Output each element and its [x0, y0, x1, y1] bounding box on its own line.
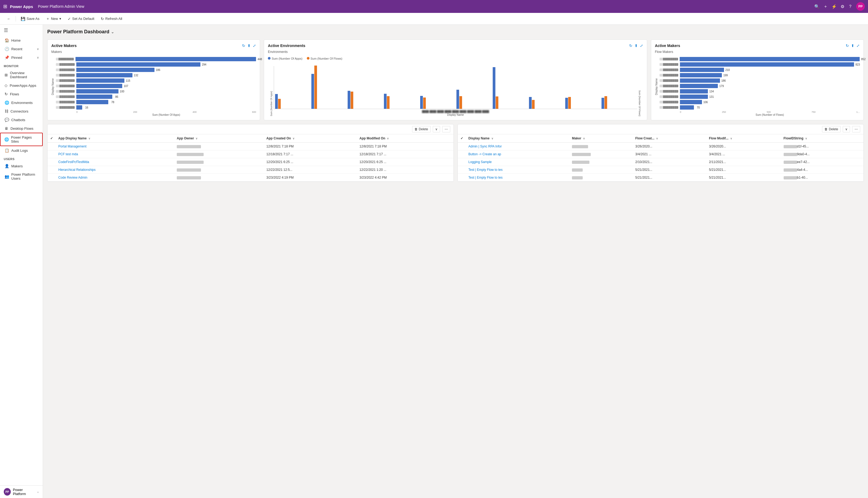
sidebar-item-home[interactable]: 🏠 Home — [0, 36, 43, 44]
help-icon[interactable]: ？ — [848, 4, 852, 9]
app-name-cell[interactable]: Code Review Admin — [56, 174, 174, 182]
flow-name-cell[interactable]: Logging Sample — [466, 158, 569, 166]
env-x-labels: ████ ████ ████ ████ ████ ████ ████ ████ … — [274, 110, 637, 113]
apps-more-button[interactable]: ⋯ — [442, 126, 450, 132]
power-pages-icon: 🌐 — [4, 137, 9, 142]
search-icon[interactable]: 🔍 — [814, 4, 820, 9]
apps-col-name[interactable]: App Display Name ∨ — [56, 134, 174, 143]
sidebar-bottom[interactable]: PP Power Platform ⬦ — [0, 485, 43, 498]
refresh-chart-icon[interactable]: ↻ — [242, 43, 245, 48]
sidebar-label: Power Pages Sites — [11, 135, 38, 143]
sidebar-item-audit-logs[interactable]: 📋 Audit Logs — [0, 146, 43, 155]
table-row: Hierarchical Relationships 12/22/2021 12… — [48, 166, 453, 174]
export-chart-icon[interactable]: ⬆ — [634, 43, 638, 48]
sidebar-item-environments[interactable]: 🌐 Environments — [0, 98, 43, 107]
expand-chart-icon[interactable]: ⤢ — [856, 43, 860, 48]
filter-icon[interactable]: ⚡ — [831, 4, 837, 9]
pinned-icon: 📌 — [4, 55, 9, 60]
set-default-button[interactable]: ✓ Set As Default — [65, 15, 97, 22]
apps-col-modified[interactable]: App Modified On ∨ — [357, 134, 453, 143]
active-makers-chart-inner: Display Name ████████448 ████████294 ███… — [51, 57, 256, 116]
main-layout: ☰ 🏠 Home 🕐 Recent ∨ 📌 Pinned ∨ Monitor ⊞… — [0, 25, 868, 498]
bar-row: ████████16 — [56, 105, 256, 109]
flows-more-button[interactable]: ⋯ — [852, 126, 860, 132]
app-name-cell[interactable]: CodeFirstPcfTestMda — [56, 158, 174, 166]
flow-name-cell[interactable]: Button -> Create an ap — [466, 150, 569, 158]
apps-dropdown-button[interactable]: ∨ — [433, 126, 440, 132]
sidebar-label: Environments — [11, 101, 32, 105]
sidebar-item-makers[interactable]: 👤 Makers — [0, 162, 43, 170]
expand-chart-icon[interactable]: ⤢ — [640, 43, 643, 48]
active-makers-y-label: Display Name — [51, 57, 54, 116]
refresh-button[interactable]: ↻ Refresh All — [98, 15, 125, 22]
settings-icon[interactable]: ⚙ — [841, 4, 844, 9]
export-chart-icon[interactable]: ⬆ — [247, 43, 251, 48]
user-avatar[interactable]: PP — [856, 2, 865, 11]
sidebar-item-chatbots[interactable]: 💬 Chatbots — [0, 116, 43, 124]
more-icon: ⋯ — [855, 127, 858, 131]
flows-col-modified[interactable]: Flow Modif... ∨ — [706, 134, 781, 143]
env-bars-container: ████ ████ ████ ████ ████ ████ ████ ████ … — [274, 66, 637, 116]
bar-row: ████████294 — [56, 62, 256, 67]
app-name-cell[interactable]: Portal Management — [56, 143, 174, 150]
bar-group — [602, 96, 636, 109]
tables-row: 🗑 Delete ∨ ⋯ ✓ App Display Name ∨ — [47, 124, 864, 182]
refresh-chart-icon[interactable]: ↻ — [629, 43, 632, 48]
app-name-cell[interactable]: Hierarchical Relationships — [56, 166, 174, 174]
flow-maker-cell — [569, 150, 633, 158]
flows-col-created[interactable]: Flow Creat... ∨ — [633, 134, 706, 143]
sidebar-item-flows[interactable]: ↻ Flows — [0, 90, 43, 98]
sidebar-item-recent[interactable]: 🕐 Recent ∨ — [0, 44, 43, 53]
app-name: Power Apps — [10, 4, 33, 9]
flows-check-header[interactable]: ✓ — [458, 134, 466, 143]
apps-col-created[interactable]: App Created On ∨ — [264, 134, 357, 143]
recent-icon: 🕐 — [4, 47, 9, 51]
new-button[interactable]: ＋ New ▾ — [43, 15, 64, 23]
flow-name-cell[interactable]: Test | Empty Flow to tes — [466, 174, 569, 182]
flows-table-card: 🗑 Delete ∨ ⋯ ✓ Display Name ∨ — [458, 124, 864, 182]
new-dropdown-icon[interactable]: ▾ — [60, 17, 61, 21]
flow-name-cell[interactable]: Test | Empty Flow to tes — [466, 166, 569, 174]
save-as-button[interactable]: 💾 Save As — [18, 15, 42, 22]
table-row: Code Review Admin 3/23/2022 4:19 PM 3/23… — [48, 174, 453, 182]
sidebar-avatar: PP — [4, 488, 11, 496]
env-bars — [274, 66, 637, 109]
refresh-chart-icon[interactable]: ↻ — [846, 43, 849, 48]
sidebar-item-pinned[interactable]: 📌 Pinned ∨ — [0, 53, 43, 62]
flows-delete-button[interactable]: 🗑 Delete — [822, 126, 841, 132]
active-environments-chart: Sum (Number Of Apps) — [268, 62, 643, 116]
expand-chart-icon[interactable]: ⤢ — [253, 43, 256, 48]
flows-delete-label: Delete — [829, 127, 838, 131]
bar-row: ████████100 — [56, 89, 256, 93]
flows-dropdown-button[interactable]: ∨ — [843, 126, 850, 132]
back-button[interactable]: ← — [4, 15, 13, 22]
active-makers-flow-title: Active Makers — [655, 43, 680, 48]
desktop-flows-icon: 🖥 — [4, 126, 8, 131]
export-chart-icon[interactable]: ⬆ — [851, 43, 854, 48]
sidebar-item-desktop-flows[interactable]: 🖥 Desktop Flows — [0, 124, 43, 133]
waffle-icon[interactable]: ⊞ — [3, 3, 7, 9]
flows-col-maker[interactable]: Maker ∨ — [569, 134, 633, 143]
flows-col-id[interactable]: FlowIDString ∨ — [781, 134, 864, 143]
sidebar-item-powerapps-apps[interactable]: ◇ PowerApps Apps — [0, 81, 43, 90]
sidebar-item-power-pages-sites[interactable]: 🌐 Power Pages Sites — [0, 133, 43, 146]
add-icon[interactable]: ＋ — [824, 4, 828, 9]
apps-col-owner[interactable]: App Owner ∨ — [174, 134, 264, 143]
app-name-cell[interactable]: PCF test mda — [56, 150, 174, 158]
flow-name-cell[interactable]: Admin | Sync RPA Infor — [466, 143, 569, 150]
active-makers-flow-subtitle: Flow Makers — [655, 50, 860, 54]
sidebar-item-overview-dashboard[interactable]: ⊞ Overview Dashboard — [0, 69, 43, 81]
top-bar: ⊞ Power Apps Power Platform Admin View 🔍… — [0, 0, 868, 13]
sidebar-item-power-platform-users[interactable]: 👥 Power Platform Users — [0, 170, 43, 183]
page-title: Power Platform Admin View — [38, 4, 84, 9]
apps-check-header[interactable]: ✓ — [48, 134, 56, 143]
save-as-icon: 💾 — [21, 17, 25, 21]
apps-delete-button[interactable]: 🗑 Delete — [412, 126, 431, 132]
sidebar-item-connectors[interactable]: ⛓ Connectors — [0, 107, 43, 116]
sidebar-item-recent-label: Recent — [11, 47, 22, 51]
menu-toggle[interactable]: ☰ — [0, 25, 43, 36]
flows-col-name[interactable]: Display Name ∨ — [466, 134, 569, 143]
bar-row: ████████199 — [659, 73, 860, 77]
sidebar-label: Overview Dashboard — [10, 71, 39, 79]
dashboard-chevron[interactable]: ⌄ — [111, 30, 114, 34]
